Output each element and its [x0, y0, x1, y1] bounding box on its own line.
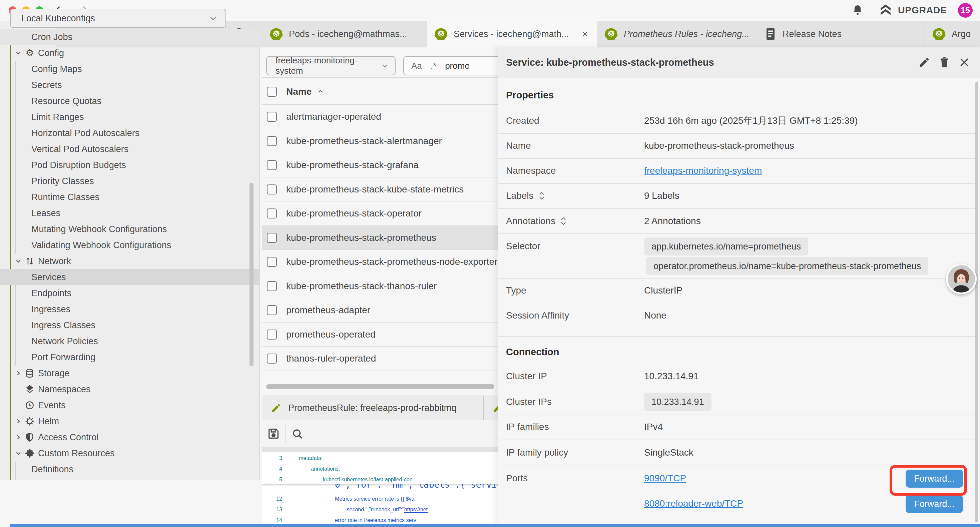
- trash-icon[interactable]: [938, 56, 950, 68]
- chevron-right-icon[interactable]: [15, 369, 22, 377]
- sidebar-item-config[interactable]: ⚙ Config: [0, 45, 260, 61]
- sidebar-item-resource-quotas[interactable]: Resource Quotas: [0, 93, 260, 109]
- edit-pencil-icon[interactable]: [918, 56, 930, 68]
- sidebar-item-helm[interactable]: Helm: [0, 413, 260, 429]
- sidebar-item-access-control[interactable]: Access Control: [0, 429, 260, 445]
- regex-toggle[interactable]: .*: [431, 61, 436, 71]
- table-row[interactable]: kube-prometheus-stack-thanos-ruler: [262, 274, 498, 299]
- expand-collapse-icon[interactable]: [538, 191, 545, 200]
- name-value: kube-prometheus-stack-prometheus: [644, 140, 794, 151]
- sidebar-item-vertical-pod-autoscalers[interactable]: Vertical Pod Autoscalers: [0, 141, 260, 157]
- notification-count-badge[interactable]: 15: [958, 3, 973, 18]
- chevron-down-icon[interactable]: [15, 258, 22, 265]
- row-checkbox[interactable]: [267, 112, 277, 122]
- tab-services[interactable]: ☸ Services - icecheng@math...: [427, 21, 597, 47]
- row-checkbox[interactable]: [267, 185, 277, 194]
- sidebar-item-storage[interactable]: Storage: [0, 365, 260, 381]
- kubeconfig-selector[interactable]: Local Kubeconfigs: [10, 9, 226, 28]
- sidebar-item-config-maps[interactable]: Config Maps: [0, 61, 260, 77]
- avatar[interactable]: [946, 263, 977, 294]
- sidebar-item-ingress-classes[interactable]: Ingress Classes: [0, 317, 260, 333]
- ip-families-value: IPv4: [644, 422, 663, 432]
- table-row[interactable]: prometheus-adapter: [262, 298, 498, 323]
- row-checkbox[interactable]: [267, 160, 277, 170]
- table-search-input[interactable]: Aa .* prome: [403, 56, 498, 75]
- notifications-bell-icon[interactable]: [851, 4, 864, 17]
- sidebar-item-endpoints[interactable]: Endpoints: [0, 285, 260, 301]
- sidebar-item-custom-resources[interactable]: Custom Resources: [0, 445, 260, 461]
- divider: [498, 439, 978, 440]
- sidebar-item-port-forwarding[interactable]: Port Forwarding: [0, 349, 260, 365]
- sidebar-item-pod-disruption-budgets[interactable]: Pod Disruption Budgets: [0, 157, 260, 173]
- table-row[interactable]: kube-prometheus-stack-operator: [262, 201, 498, 226]
- match-case-toggle[interactable]: Aa: [411, 61, 422, 71]
- sidebar-item-network[interactable]: Network: [0, 253, 260, 269]
- table-row[interactable]: prometheus-operated: [262, 323, 498, 347]
- select-all-checkbox[interactable]: [267, 87, 277, 97]
- table-row[interactable]: alertmanager-operated: [262, 105, 498, 129]
- port-link-9090[interactable]: 9090/TCP: [644, 473, 686, 484]
- forward-port-button[interactable]: Forward...: [905, 495, 963, 513]
- chevron-down-icon[interactable]: [15, 49, 22, 57]
- tab-argo[interactable]: ☸ Argo Se: [925, 21, 980, 47]
- sidebar-item-horizontal-pod-autoscalers[interactable]: Horizontal Pod Autoscalers: [0, 125, 260, 141]
- row-checkbox[interactable]: [267, 281, 277, 291]
- code-link[interactable]: https://net: [404, 507, 428, 513]
- sidebar-item-definitions[interactable]: Definitions: [0, 461, 260, 477]
- chevron-down-icon[interactable]: [15, 450, 22, 457]
- sidebar-item-ingresses[interactable]: Ingresses: [0, 301, 260, 317]
- table-row[interactable]: kube-prometheus-stack-prometheus-node-ex…: [262, 250, 498, 274]
- chevron-right-icon[interactable]: [15, 417, 22, 425]
- close-panel-icon[interactable]: [958, 56, 970, 68]
- horizontal-scrollbar[interactable]: [266, 384, 494, 389]
- row-checkbox[interactable]: [267, 136, 277, 146]
- table-row[interactable]: thanos-ruler-operated: [262, 347, 498, 371]
- tab-prometheus-rules[interactable]: ☸ Prometheus Rules - icecheng...: [597, 21, 757, 47]
- port-link-8080[interactable]: 8080:reloader-web/TCP: [644, 498, 743, 509]
- table-row[interactable]: kube-prometheus-stack-kube-state-metrics: [262, 177, 498, 202]
- sidebar-item-secrets[interactable]: Secrets: [0, 77, 260, 93]
- table-row[interactable]: kube-prometheus-stack-alertmanager: [262, 129, 498, 153]
- editor-tab-partial[interactable]: [485, 396, 498, 420]
- sidebar-item-mutating-webhook-configurations[interactable]: Mutating Webhook Configurations: [0, 221, 260, 237]
- annotations-label[interactable]: Annotations: [506, 216, 567, 226]
- search-icon[interactable]: [291, 428, 304, 440]
- namespace-link[interactable]: freeleaps-monitoring-system: [644, 166, 762, 176]
- sidebar-scrollbar[interactable]: [250, 183, 253, 366]
- sidebar-item-runtime-classes[interactable]: Runtime Classes: [0, 189, 260, 205]
- labels-label[interactable]: Labels: [506, 191, 545, 201]
- sidebar-item-validating-webhook-configurations[interactable]: Validating Webhook Configurations: [0, 237, 260, 253]
- sidebar-item-events[interactable]: Events: [0, 397, 260, 413]
- sidebar-item-network-policies[interactable]: Network Policies: [0, 333, 260, 349]
- upgrade-icon[interactable]: [878, 3, 892, 18]
- panel-scrollbar[interactable]: [975, 82, 978, 522]
- upgrade-button[interactable]: UPGRADE: [898, 0, 947, 21]
- tab-release-notes[interactable]: Release Notes: [757, 21, 925, 47]
- sidebar-item-services[interactable]: Services: [0, 269, 260, 285]
- document-icon: [765, 27, 776, 41]
- editor-tab-prometheusrule[interactable]: PrometheusRule: freeleaps-prod-rabbitmq: [264, 396, 484, 420]
- sidebar-item-priority-classes[interactable]: Priority Classes: [0, 173, 260, 189]
- expand-collapse-icon[interactable]: [560, 217, 567, 226]
- row-checkbox[interactable]: [267, 353, 277, 363]
- divider: [498, 209, 978, 209]
- save-icon[interactable]: [267, 427, 280, 440]
- session-affinity-value: None: [644, 310, 667, 321]
- sidebar-item-leases[interactable]: Leases: [0, 205, 260, 221]
- row-checkbox[interactable]: [267, 209, 277, 218]
- name-column-header[interactable]: Name: [286, 79, 324, 105]
- namespace-filter-dropdown[interactable]: freeleaps-monitoring-system: [266, 56, 396, 75]
- row-checkbox[interactable]: [267, 257, 277, 267]
- row-checkbox[interactable]: [267, 330, 277, 339]
- chevron-right-icon[interactable]: [15, 434, 22, 441]
- table-row-selected[interactable]: kube-prometheus-stack-prometheus: [262, 226, 498, 250]
- row-checkbox[interactable]: [267, 233, 277, 243]
- properties-section-heading: Properties: [506, 90, 554, 101]
- close-tab-icon[interactable]: [581, 30, 589, 38]
- sidebar-item-cron-jobs[interactable]: Cron Jobs: [0, 29, 260, 45]
- row-checkbox[interactable]: [267, 305, 277, 315]
- sidebar-item-namespaces[interactable]: Namespaces: [0, 381, 260, 397]
- tab-pods[interactable]: ☸ Pods - icecheng@mathmas...: [262, 21, 427, 47]
- sidebar-item-limit-ranges[interactable]: Limit Ranges: [0, 109, 260, 125]
- table-row[interactable]: kube-prometheus-stack-grafana: [262, 153, 498, 177]
